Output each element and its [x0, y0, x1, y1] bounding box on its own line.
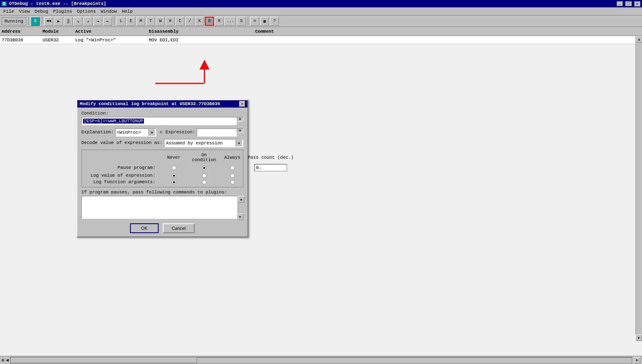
expression-input[interactable]	[197, 128, 237, 137]
status-arrow: ◄	[6, 358, 9, 363]
decode-dropdown-arrow[interactable]: ▼	[236, 140, 242, 146]
toolbar-btn-B2[interactable]: B	[205, 17, 214, 26]
radio-pause-never[interactable]	[159, 166, 188, 170]
scroll-corner[interactable]: ►	[634, 357, 640, 364]
toolbar-btn-B[interactable]: B	[31, 17, 40, 26]
toolbar-separator-3	[114, 17, 114, 25]
toolbar-btn-L[interactable]: L	[117, 17, 126, 26]
pass-count-input[interactable]	[254, 164, 287, 171]
cell-active: Log "<WinProc>"	[75, 38, 149, 43]
main-vscrollbar[interactable]: ▲ ▼	[635, 36, 642, 341]
toolbar-btn-H[interactable]: H	[166, 17, 175, 26]
radio-log-always[interactable]	[220, 173, 245, 178]
toolbar-btn-help[interactable]: ?	[270, 17, 279, 26]
toolbar-btn-step-over[interactable]: ↗	[83, 17, 92, 26]
radio-args-never[interactable]	[159, 180, 188, 184]
radio-pause-pass-count	[246, 164, 295, 171]
menu-window[interactable]: Window	[98, 8, 119, 15]
toolbar-btn-grid[interactable]: ▦	[260, 17, 269, 26]
plugin-textarea[interactable]	[81, 196, 238, 219]
cell-module: USER32	[43, 38, 75, 43]
decode-select[interactable]: Assumed by expression ▼	[164, 139, 243, 147]
radio-pause-on-condition[interactable]	[190, 166, 218, 170]
toolbar-separator-2	[42, 17, 42, 25]
title-bar: B OTDebug - test6.exe -- [Breakpoints] _…	[0, 0, 642, 7]
radio-pause-never-btn[interactable]	[172, 166, 176, 170]
radio-args-never-btn[interactable]	[172, 180, 176, 184]
toolbar-btn-R[interactable]: R	[215, 17, 224, 26]
toolbar-separator-4	[248, 17, 248, 25]
col-header-comment: Comment	[255, 29, 337, 34]
toolbar-btn-E[interactable]: E	[126, 17, 135, 26]
toolbar-btn-run-to[interactable]: ⇤	[103, 17, 112, 26]
radio-log-never[interactable]	[159, 173, 188, 178]
radio-args-always-btn[interactable]	[230, 180, 235, 184]
cancel-button[interactable]: Cancel	[163, 223, 195, 233]
menu-view[interactable]: View	[16, 8, 32, 15]
toolbar-btn-ellipsis[interactable]: ...	[224, 17, 236, 26]
dialog-body: Condition: [ESP+8]==wWM_LBUTTONUP ▼ Expl…	[77, 108, 247, 236]
radio-pause-always[interactable]	[220, 166, 245, 170]
radio-args-on-condition[interactable]	[190, 180, 218, 184]
cell-disassembly: MOV EDI,EDI	[149, 38, 255, 43]
menu-plugins[interactable]: Plugins	[51, 8, 74, 15]
expression-dropdown-arrow[interactable]: ▼	[237, 128, 243, 133]
toolbar-btn-rewind[interactable]: ◄◄	[44, 17, 53, 26]
toolbar-btn-W[interactable]: W	[156, 17, 165, 26]
radio-pause-on-condition-btn[interactable]	[202, 166, 207, 170]
toolbar: Running B ◄◄ ▶ ‖ ↘ ↗ ⇥ ⇤ L E M T W H C /…	[0, 16, 642, 27]
plugin-textarea-wrapper: ▲ ▼	[81, 196, 243, 220]
menu-debug[interactable]: Debug	[32, 8, 51, 15]
scroll-up-btn[interactable]: ▲	[238, 196, 245, 202]
radio-log-on-condition-btn[interactable]	[202, 173, 207, 178]
table-row[interactable]: 77D3B036 USER32 Log "<WinProc>" MOV EDI,…	[0, 36, 642, 44]
minimize-btn[interactable]: _	[617, 1, 623, 6]
plugin-section: If program pauses, pass following comman…	[81, 190, 243, 220]
plugin-scrollbar[interactable]: ▲ ▼	[238, 196, 243, 220]
main-content: 77D3B036 USER32 Log "<WinProc>" MOV EDI,…	[0, 36, 642, 356]
radio-log-always-btn[interactable]	[230, 173, 235, 178]
toolbar-btn-C[interactable]: C	[175, 17, 184, 26]
toolbar-btn-step-out[interactable]: ⇥	[93, 17, 102, 26]
toolbar-btn-pause[interactable]: ‖	[64, 17, 73, 26]
toolbar-btn-list[interactable]: ≡	[250, 17, 259, 26]
menu-file[interactable]: File	[1, 8, 16, 15]
toolbar-btn-play[interactable]: ▶	[54, 17, 63, 26]
close-btn[interactable]: ✕	[634, 1, 640, 7]
column-headers: Address Module Active Disassembly Commen…	[0, 27, 642, 36]
radio-log-on-condition[interactable]	[190, 173, 218, 178]
ok-button[interactable]: OK	[130, 223, 159, 233]
status-left: ⊕ ◄	[2, 357, 9, 363]
radio-pause-always-btn[interactable]	[230, 166, 235, 170]
toolbar-btn-K[interactable]: K	[195, 17, 204, 26]
condition-input[interactable]: [ESP+8]==wWM_LBUTTONUP	[81, 117, 237, 125]
dialog-close-btn[interactable]: ✕	[239, 101, 245, 107]
hscroll-bar[interactable]	[10, 357, 632, 364]
explanation-dropdown-arrow[interactable]: ▼	[148, 129, 155, 136]
toolbar-btn-slash[interactable]: /	[185, 17, 194, 26]
maximize-btn[interactable]: □	[625, 1, 631, 6]
explanation-select[interactable]: <WinProc> ▼	[115, 128, 156, 137]
radio-args-on-condition-btn[interactable]	[202, 180, 207, 184]
radio-header-never: Never	[159, 155, 188, 160]
vscroll-up-btn[interactable]: ▲	[636, 36, 642, 43]
condition-dropdown-arrow[interactable]: ▼	[237, 117, 243, 121]
hscroll-thumb[interactable]	[11, 357, 197, 363]
radio-row1-label: Pause program:	[84, 165, 158, 170]
app-icon: B	[2, 2, 7, 6]
menu-help[interactable]: Help	[119, 8, 135, 15]
toolbar-separator-1	[28, 17, 29, 25]
toolbar-btn-M[interactable]: M	[136, 17, 145, 26]
vscroll-down-btn[interactable]: ▼	[635, 335, 642, 341]
toolbar-btn-step-into[interactable]: ↘	[74, 17, 83, 26]
radio-args-always[interactable]	[220, 180, 245, 184]
col-header-address: Address	[2, 29, 43, 34]
dialog-title-bar: Modify conditional log breakpoint at USE…	[77, 100, 247, 108]
status-bar: ⊕ ◄ ►	[0, 356, 642, 364]
radio-log-never-btn[interactable]	[172, 173, 176, 178]
scroll-down-btn[interactable]: ▼	[237, 213, 243, 220]
menu-options[interactable]: Options	[74, 8, 98, 15]
condition-row: [ESP+8]==wWM_LBUTTONUP ▼	[81, 117, 243, 125]
toolbar-btn-S[interactable]: S	[237, 17, 246, 26]
toolbar-btn-T[interactable]: T	[146, 17, 155, 26]
